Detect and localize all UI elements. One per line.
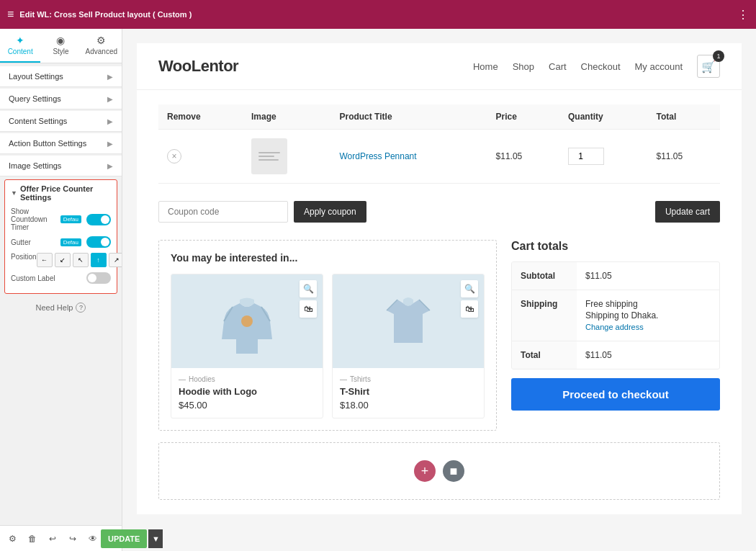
total-row: Total $11.05	[512, 341, 719, 369]
image-arrow-icon: ▶	[107, 162, 113, 170]
product-category-tshirt: — Tshirts	[340, 375, 477, 383]
action-arrow-icon: ▶	[107, 140, 113, 148]
position-buttons: ← ↙ ↖ ↑ ↗	[37, 253, 122, 267]
product-card-body-tshirt: — Tshirts T-Shirt $18.00	[333, 368, 484, 418]
gutter-knob	[101, 238, 109, 246]
custom-label-knob	[88, 274, 96, 282]
change-address-link[interactable]: Change address	[585, 323, 644, 331]
col-remove: Remove	[158, 104, 243, 130]
layout-settings-label: Layout Settings	[9, 72, 63, 81]
eye-icon-btn[interactable]: 👁	[85, 531, 101, 547]
countdown-badge: Defau	[60, 215, 81, 223]
product-title-link[interactable]: WordPress Pennant	[339, 151, 416, 161]
col-image: Image	[243, 104, 330, 130]
pos-btn-topright[interactable]: ↗	[109, 253, 122, 267]
nav-my-account[interactable]: My account	[635, 61, 683, 72]
help-icon[interactable]: ?	[76, 303, 86, 313]
cart-totals-section: Cart totals Subtotal $11.05 Shipping Fre…	[511, 240, 720, 411]
product-name-hoodie[interactable]: Hoodie with Logo	[179, 386, 315, 397]
countdown-knob	[101, 215, 109, 224]
coupon-row: Apply coupon Update cart	[158, 195, 720, 228]
table-row: ×	[158, 130, 720, 184]
col-product-title: Product Title	[330, 104, 487, 130]
tab-style[interactable]: ◉ Style	[40, 29, 81, 63]
show-countdown-toggle[interactable]	[86, 214, 111, 225]
col-quantity: Quantity	[559, 104, 647, 130]
apply-coupon-button[interactable]: Apply coupon	[294, 201, 366, 223]
nav-cart[interactable]: Cart	[549, 61, 567, 72]
undo-icon-btn[interactable]: ↩	[45, 531, 60, 547]
advanced-tab-label: Advanced	[86, 48, 117, 55]
style-tab-label: Style	[53, 48, 68, 55]
cart-totals-title: Cart totals	[511, 240, 720, 253]
product-img-tshirt: 🔍 🛍	[333, 274, 484, 368]
svg-point-0	[241, 315, 253, 327]
cross-sell-title: You may be interested in...	[171, 252, 485, 264]
main-layout: ✦ Content ◉ Style ⚙ Advanced Layout Sett…	[0, 29, 756, 551]
add-to-cart-hoodie[interactable]: 🛍	[300, 300, 317, 318]
nav-shop[interactable]: Shop	[513, 61, 534, 72]
update-button[interactable]: UPDATE	[101, 529, 147, 548]
query-settings-label: Query Settings	[9, 94, 61, 103]
hamburger-icon[interactable]: ≡	[7, 8, 14, 21]
action-button-label: Action Button Settings	[9, 139, 86, 148]
sidebar-item-query[interactable]: Query Settings ▶	[0, 89, 122, 109]
cross-sell-section: You may be interested in...	[158, 240, 497, 431]
quick-view-hoodie[interactable]: 🔍	[300, 280, 317, 297]
tab-advanced[interactable]: ⚙ Advanced	[81, 29, 122, 63]
woo-page: WooLentor Home Shop Cart Checkout My acc…	[137, 43, 742, 514]
update-dropdown-btn[interactable]: ▼	[148, 529, 163, 548]
content-tab-label: Content	[8, 48, 33, 55]
total-label: Total	[512, 341, 577, 369]
update-cart-button[interactable]: Update cart	[655, 201, 720, 223]
cart-table: Remove Image Product Title Price Quantit…	[158, 104, 720, 184]
woo-header: WooLentor Home Shop Cart Checkout My acc…	[137, 43, 742, 90]
delete-icon-btn[interactable]: 🗑	[24, 531, 40, 547]
pos-btn-topleft[interactable]: ↖	[73, 253, 89, 267]
add-to-cart-tshirt[interactable]: 🛍	[461, 300, 478, 318]
product-card-hoodie: 🔍 🛍 — Hoodies Hoodie with Log	[171, 274, 323, 418]
pos-btn-top[interactable]: ↑	[91, 253, 107, 267]
top-bar-menu-icon[interactable]: ⋮	[737, 8, 749, 22]
product-actions-tshirt: 🔍 🛍	[461, 280, 478, 318]
toolbar-right: UPDATE ▼	[101, 529, 163, 548]
pos-btn-bottomleft[interactable]: ↙	[55, 253, 71, 267]
redo-icon-btn[interactable]: ↪	[65, 531, 81, 547]
coupon-input[interactable]	[158, 201, 288, 223]
custom-label-toggle[interactable]	[86, 272, 111, 284]
cart-icon-wrapper[interactable]: 🛒 1	[697, 55, 720, 78]
quantity-input[interactable]	[568, 148, 604, 165]
hoodie-svg	[218, 285, 276, 357]
tab-content[interactable]: ✦ Content	[0, 29, 40, 63]
remove-item-btn[interactable]: ×	[167, 149, 181, 163]
sidebar-item-image[interactable]: Image Settings ▶	[0, 156, 122, 176]
pos-btn-left[interactable]: ←	[37, 253, 53, 267]
sidebar-tabs: ✦ Content ◉ Style ⚙ Advanced	[0, 29, 122, 63]
offer-price-title: Offer Price Counter Settings	[11, 184, 111, 202]
cart-totals-table: Subtotal $11.05 Shipping Free shipping S…	[511, 261, 720, 369]
content-tab-icon: ✦	[16, 35, 24, 46]
sidebar-item-content[interactable]: Content Settings ▶	[0, 111, 122, 132]
shipping-value: Free shipping Shipping to Dhaka. Change …	[577, 290, 719, 341]
quick-view-tshirt[interactable]: 🔍	[461, 280, 478, 297]
main-nav: Home Shop Cart Checkout My account 🛒 1	[473, 55, 720, 78]
subtotal-row: Subtotal $11.05	[512, 262, 719, 290]
image-settings-label: Image Settings	[9, 161, 61, 170]
cart-badge: 1	[713, 50, 724, 62]
add-settings-button[interactable]: ■	[443, 460, 464, 482]
position-label: Position	[11, 253, 37, 261]
product-name-tshirt[interactable]: T-Shirt	[340, 386, 477, 397]
need-help[interactable]: Need Help ?	[0, 297, 122, 318]
checkout-button[interactable]: Proceed to checkout	[511, 378, 720, 411]
total-value: $11.05	[577, 341, 719, 369]
add-block-button[interactable]: +	[414, 460, 436, 482]
sidebar-item-action-button[interactable]: Action Button Settings ▶	[0, 133, 122, 154]
sidebar-item-layout[interactable]: Layout Settings ▶	[0, 66, 122, 87]
nav-checkout[interactable]: Checkout	[581, 61, 621, 72]
settings-icon-btn[interactable]: ⚙	[4, 531, 20, 547]
gutter-toggle[interactable]	[86, 236, 111, 248]
bottom-toolbar: ⚙ 🗑 ↩ ↪ 👁 UPDATE ▼	[0, 525, 122, 551]
nav-home[interactable]: Home	[473, 61, 498, 72]
product-image	[251, 138, 287, 174]
advanced-tab-icon: ⚙	[96, 35, 106, 46]
